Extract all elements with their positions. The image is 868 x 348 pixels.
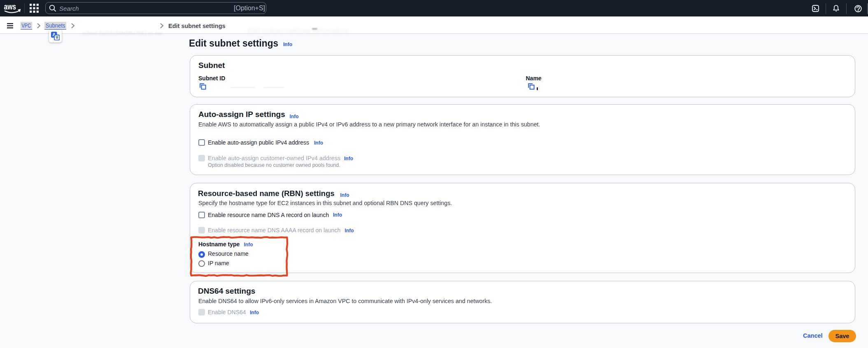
svg-text:aws: aws bbox=[4, 3, 16, 11]
